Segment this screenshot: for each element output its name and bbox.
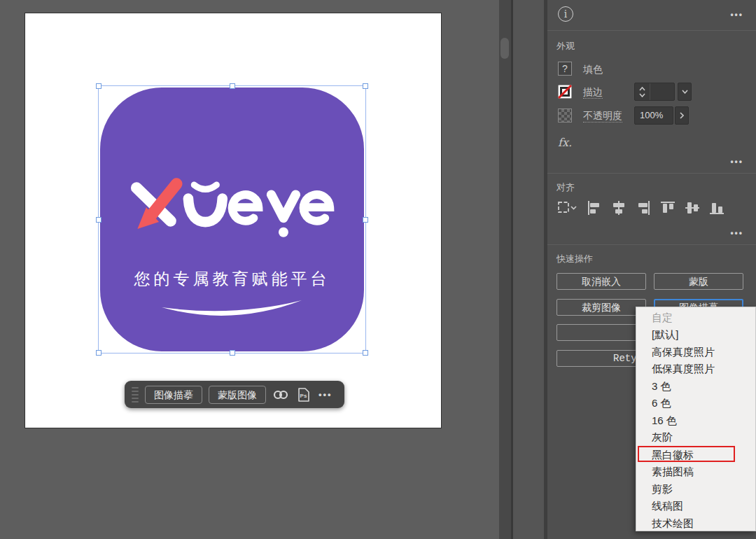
menu-item-black-and-white-logo[interactable]: 黑白徽标 (636, 447, 755, 464)
photoshop-file-icon[interactable]: Ps (295, 386, 312, 403)
opacity-options-button[interactable] (675, 106, 689, 125)
menu-item-default[interactable]: [默认] (636, 327, 755, 344)
mask-image-button[interactable]: 蒙版图像 (209, 386, 266, 404)
canvas-area: 您的专属教育赋能平台 图像描摹 蒙版图像 (0, 0, 499, 539)
align-left-icon[interactable] (587, 200, 602, 216)
menu-item-silhouettes[interactable]: 剪影 (636, 481, 755, 498)
fill-label: 填色 (583, 64, 603, 76)
mask-button[interactable]: 蒙版 (654, 273, 743, 290)
fx-effects-button[interactable]: fx. (558, 136, 572, 149)
appearance-more-button[interactable]: ••• (730, 157, 743, 167)
crop-image-button[interactable]: 裁剪图像 (556, 299, 646, 316)
appearance-section-title: 外观 (556, 40, 575, 52)
menu-item-low-fidelity-photo[interactable]: 低保真度照片 (636, 361, 755, 379)
opacity-input[interactable]: 100% (634, 106, 673, 125)
logo-image[interactable]: 您的专属教育赋能平台 (100, 88, 364, 351)
image-trace-preset-menu: 自定 [默认] 高保真度照片 低保真度照片 3 色 6 色 16 色 灰阶 黑白… (636, 307, 756, 531)
dock-gutter (513, 0, 544, 539)
image-trace-button[interactable]: 图像描摹 (145, 386, 202, 404)
opacity-label[interactable]: 不透明度 (583, 110, 622, 122)
fill-swatch[interactable]: ? (558, 62, 572, 76)
vertical-scrollbar[interactable] (499, 0, 511, 539)
align-section-title: 对齐 (556, 181, 575, 194)
fill-unknown-glyph: ? (562, 63, 568, 74)
stroke-weight-dropdown-button[interactable] (678, 83, 692, 101)
menu-item-grayscale[interactable]: 灰阶 (636, 430, 755, 447)
menu-item-16-colors[interactable]: 16 色 (636, 412, 755, 430)
menu-item-line-art[interactable]: 线稿图 (636, 498, 755, 516)
align-to-selection-dropdown-icon[interactable] (556, 200, 578, 216)
menu-item-technical-drawing[interactable]: 技术绘图 (636, 515, 755, 533)
stepper-arrows-icon[interactable] (635, 83, 650, 100)
panel-menu-button[interactable]: ••• (730, 10, 743, 20)
context-bar-more-button[interactable]: ••• (318, 389, 332, 400)
smile-curve (162, 298, 302, 326)
unembed-button[interactable]: 取消嵌入 (556, 273, 646, 290)
align-vertical-center-icon[interactable] (685, 200, 700, 216)
svg-text:Ps: Ps (300, 393, 307, 399)
menu-item-6-colors[interactable]: 6 色 (636, 396, 755, 413)
align-top-icon[interactable] (660, 200, 676, 216)
stroke-label[interactable]: 描边 (583, 86, 603, 99)
scrollbar-thumb[interactable] (500, 38, 509, 59)
stroke-swatch[interactable] (558, 85, 572, 99)
info-icon: i (558, 6, 573, 22)
menu-item-sketched-art[interactable]: 素描图稿 (636, 464, 755, 482)
align-bottom-icon[interactable] (709, 200, 724, 216)
logo-tagline: 您的专属教育赋能平台 (100, 268, 364, 290)
align-right-icon[interactable] (636, 200, 651, 216)
stroke-weight-stepper[interactable] (634, 83, 675, 101)
align-buttons-row (556, 200, 747, 216)
context-task-bar: 图像描摹 蒙版图像 Ps ••• (125, 381, 344, 408)
menu-item-3-colors[interactable]: 3 色 (636, 378, 755, 396)
align-more-button[interactable]: ••• (730, 228, 743, 238)
link-icon[interactable] (272, 386, 289, 403)
illustrator-workspace: 您的专属教育赋能平台 图像描摹 蒙版图像 (0, 0, 756, 539)
align-horizontal-center-icon[interactable] (611, 200, 626, 216)
opacity-swatch-icon (558, 108, 572, 122)
quick-actions-section-title: 快速操作 (556, 253, 593, 265)
drag-handle-icon[interactable] (132, 387, 139, 402)
menu-item-custom: 自定 (636, 309, 755, 327)
xueye-wordmark (127, 170, 337, 239)
menu-item-high-fidelity-photo[interactable]: 高保真度照片 (636, 344, 755, 361)
